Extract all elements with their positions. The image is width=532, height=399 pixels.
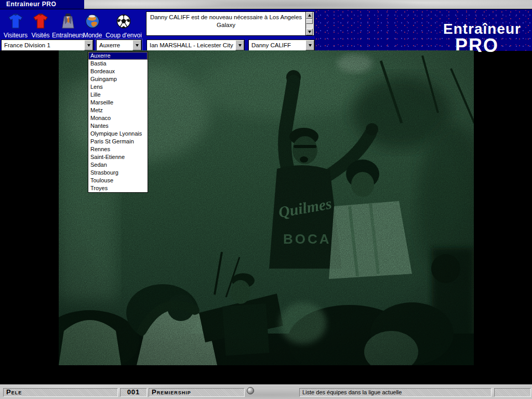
suit-icon (60, 14, 76, 31)
team-option[interactable]: Marseille (88, 99, 148, 107)
competition-field: Premiership (149, 388, 245, 397)
team-option[interactable]: Lille (88, 91, 148, 99)
globe-icon (85, 14, 100, 31)
empty-status-field (494, 388, 531, 397)
toolbar-button-entraineurs[interactable]: Entraîneurs (52, 11, 84, 38)
team-option[interactable]: Bastia (88, 60, 148, 68)
scroll-up-button[interactable] (306, 12, 313, 19)
player-news-value: Danny CALIFF (249, 40, 305, 50)
toolbar-button-visiteurs[interactable]: Visiteurs (2, 11, 29, 38)
toolbar-label: Entraîneurs (52, 32, 84, 38)
brand-line1: Entraîneur (443, 22, 521, 36)
player-news-select[interactable]: Danny CALIFF (248, 39, 315, 51)
window-title-bar[interactable]: Entraîneur PRO (0, 0, 84, 9)
hint-field: Liste des équipes dans la ligue actuelle (299, 388, 491, 397)
toolbar-label: Monde (83, 32, 102, 38)
soccer-ball-icon (116, 14, 131, 31)
window-title: Entraîneur PRO (6, 1, 56, 8)
dropdown-arrow-icon[interactable] (305, 40, 314, 50)
team-option[interactable]: Strasbourg (88, 169, 148, 177)
scroll-down-button[interactable] (306, 29, 313, 35)
team-option[interactable]: Olympique Lyonnais (88, 130, 148, 138)
sphere-icon (247, 387, 254, 394)
dropdown-arrow-icon[interactable] (132, 40, 141, 50)
news-scrollbar[interactable] (305, 12, 314, 35)
toolbar-button-visites[interactable]: Visités (30, 11, 51, 38)
scrollbar-track[interactable] (306, 24, 314, 29)
team-option[interactable]: Toulouse (88, 177, 148, 184)
team-option[interactable]: Lens (88, 83, 148, 91)
team-option[interactable]: Monaco (88, 114, 148, 122)
toolbar-label: Visités (31, 32, 49, 38)
team-option[interactable]: Paris St Germain (88, 138, 148, 145)
blue-shirt-icon (8, 14, 23, 31)
scroll-down-icon (308, 31, 311, 33)
player-transfer-select[interactable]: Ian MARSHALL - Leicester City (147, 39, 245, 51)
toolbar-button-monde[interactable]: Monde (83, 11, 102, 38)
team-option[interactable]: Guingamp (88, 75, 148, 83)
dropdown-arrow-icon[interactable] (235, 40, 244, 50)
news-panel: Danny CALIFF est de nouveau nécessaire à… (146, 11, 314, 36)
player-transfer-value: Ian MARSHALL - Leicester City (147, 40, 235, 50)
team-select[interactable]: Auxerre (96, 39, 142, 51)
team-option[interactable]: Troyes (88, 184, 148, 192)
scroll-up-icon (308, 14, 311, 17)
toolbar-label: Coup d'envoi (105, 32, 142, 38)
toolbar-label: Visiteurs (4, 32, 28, 38)
team-option[interactable]: Bordeaux (88, 68, 148, 75)
team-option[interactable]: Auxerre (88, 52, 148, 60)
team-option[interactable]: Nantes (88, 122, 148, 130)
red-shirt-icon (33, 14, 48, 31)
team-option[interactable]: Sedan (88, 161, 148, 169)
team-option[interactable]: Rennes (88, 145, 148, 153)
counter-field: 001 (120, 388, 147, 397)
manager-name-field: Pele (3, 388, 118, 397)
league-select-value: France Division 1 (2, 40, 84, 50)
news-text: Danny CALIFF est de nouveau nécessaire à… (147, 12, 305, 35)
scrollbar-thumb[interactable] (306, 19, 313, 24)
team-option[interactable]: Metz (88, 107, 148, 114)
team-option[interactable]: Saint-Etienne (88, 153, 148, 161)
league-select[interactable]: France Division 1 (1, 39, 94, 51)
toolbar: Entraîneur PRO Visiteurs Visités (0, 9, 532, 50)
top-strip: Entraîneur PRO (0, 0, 532, 9)
toolbar-button-coup-denvoi[interactable]: Coup d'envoi (105, 11, 142, 38)
team-dropdown-list: AuxerreBastiaBordeauxGuingampLensLilleMa… (88, 51, 148, 193)
team-select-value: Auxerre (97, 40, 132, 50)
status-bar: Pele 001 Premiership Liste des équipes d… (0, 384, 532, 399)
dropdown-arrow-icon[interactable] (84, 40, 93, 50)
